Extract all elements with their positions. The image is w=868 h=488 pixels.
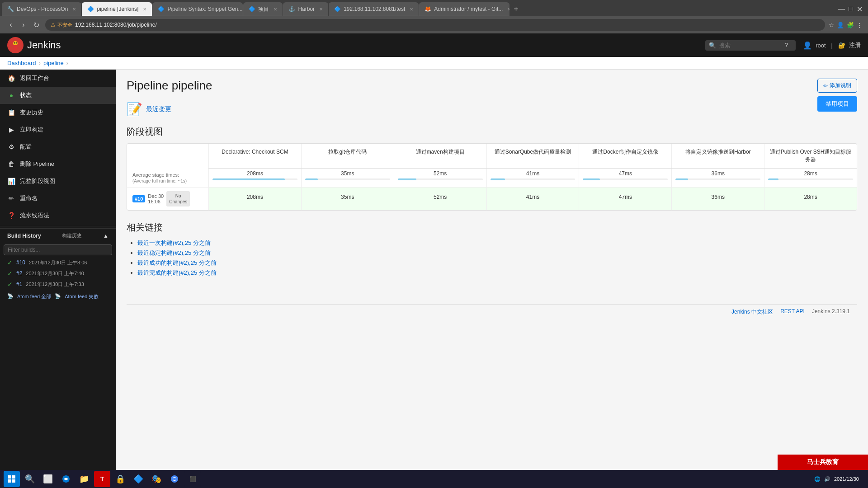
build-link-2[interactable]: #2 [16, 270, 22, 277]
taskbar-terminal-button[interactable]: ⬛ [184, 471, 201, 487]
sidebar-item-pipeline-syntax[interactable]: ❓ 流水线语法 [0, 207, 116, 224]
related-link-3[interactable]: 最近完成的构建(#2),25 分之前 [137, 269, 217, 276]
svg-rect-5 [12, 475, 15, 479]
taskbar-folder-button[interactable]: 📁 [76, 471, 92, 487]
build-entry-10[interactable]: ✓ #10 2021年12月30日 上午8:06 [0, 257, 116, 268]
related-link-0[interactable]: 最近一次构建(#2),25 分之前 [137, 239, 211, 246]
taskbar-task-view-button[interactable]: ⬜ [40, 471, 56, 487]
back-button[interactable]: ‹ [5, 19, 16, 30]
data-cell-4[interactable]: 47ms [579, 188, 671, 210]
breadcrumb-pipeline[interactable]: pipeline [43, 60, 64, 66]
settings-icon[interactable]: ⋮ [857, 22, 863, 28]
atom-feed-all[interactable]: Atom feed 全部 [17, 293, 51, 300]
svg-point-11 [173, 478, 176, 480]
atom-feed-fail[interactable]: Atom feed 失败 [65, 293, 99, 300]
data-cell-1[interactable]: 35ms [301, 188, 394, 210]
sidebar-item-build-now[interactable]: ▶ 立即构建 [0, 121, 116, 138]
avg-left: Average stage times: (Average full run t… [127, 169, 208, 187]
search-input[interactable] [719, 42, 782, 49]
build-time-1: 2021年12月30日 上午7:33 [26, 281, 84, 288]
build-link-10[interactable]: #10 [16, 259, 25, 266]
forward-button[interactable]: › [18, 19, 29, 30]
data-cell-6[interactable]: 28ms [764, 188, 857, 210]
tab-pipeline[interactable]: 🔷 pipeline [Jenkins] ✕ [82, 2, 152, 16]
build-entry-1[interactable]: ✓ #1 2021年12月30日 上午7:33 [0, 279, 116, 290]
taskbar-app3-button[interactable]: 🔷 [130, 471, 146, 487]
stage-view-wrapper: Declarative: Checkout SCM 拉取git仓库代码 通过ma… [127, 144, 857, 169]
taskbar-app2-button[interactable]: 🔒 [112, 471, 128, 487]
stage-header-0: Declarative: Checkout SCM [208, 144, 301, 168]
jenkins-app: Jenkins 🔍 ? 👤 root | 🔐 注册 Dashboard › pi… [0, 33, 868, 488]
tab-harbor[interactable]: ⚓ Harbor ✕ [283, 2, 328, 16]
tab-close-0[interactable]: ✕ [72, 7, 76, 12]
taskbar-app1-button[interactable]: T [94, 471, 110, 487]
tab-192[interactable]: 🔷 192.168.11.102:8081/test ✕ [329, 2, 419, 16]
sidebar-item-rename[interactable]: ✏ 重命名 [0, 190, 116, 207]
build-entry-2[interactable]: ✓ #2 2021年12月30日 上午7:40 [0, 268, 116, 279]
sidebar-item-delete[interactable]: 🗑 删除 Pipeline [0, 155, 116, 173]
tab-icon-2: 🔷 [158, 6, 165, 12]
tab-close-4[interactable]: ✕ [319, 7, 323, 12]
reload-button[interactable]: ↻ [31, 19, 42, 30]
search-help-icon[interactable]: ? [785, 42, 788, 48]
sys-tray-volume[interactable]: 🔊 [824, 476, 830, 482]
sidebar-item-back[interactable]: 🏠 返回工作台 [0, 70, 116, 87]
address-input[interactable]: ⚠ 不安全 192.168.11.102:8080/job/pipeline/ [45, 19, 825, 31]
taskbar-search-button[interactable]: 🔍 [22, 471, 38, 487]
sys-tray-network[interactable]: 🌐 [814, 476, 821, 482]
data-cell-2[interactable]: 52ms [394, 188, 486, 210]
filter-builds-input[interactable] [4, 244, 112, 255]
profile-icon[interactable]: 👤 [837, 22, 844, 28]
tab-close-3[interactable]: ✕ [274, 7, 277, 12]
extensions-icon[interactable]: 🧩 [847, 22, 854, 28]
tab-close-6[interactable]: ✕ [507, 7, 509, 12]
add-description-button[interactable]: ✏ 添加说明 [817, 79, 857, 93]
data-cell-3[interactable]: 41ms [486, 188, 579, 210]
tab-project[interactable]: 🔷 项目 ✕ [243, 2, 283, 16]
tab-syntax[interactable]: 🔷 Pipeline Syntax: Snippet Gen... ✕ [152, 2, 243, 16]
sys-tray-time: 2021/12/30 [834, 476, 859, 482]
related-link-2[interactable]: 最近成功的构建(#2),25 分之前 [137, 259, 217, 266]
close-icon[interactable]: ✕ [857, 5, 863, 14]
build-data-row: #10 Dec 30 16:06 NoChanges 208ms 35ms 52… [127, 187, 857, 210]
taskbar-start-button[interactable] [4, 471, 20, 487]
tab-devops[interactable]: 🔧 DevOps - ProcessOn ✕ [2, 2, 81, 16]
no-changes-box: NoChanges [166, 191, 190, 206]
stage-header-5: 将自定义镜像推送到Harbor [671, 144, 764, 168]
taskbar: 🔍 ⬜ 📁 T 🔒 🔷 🎭 ⬛ 🌐 🔊 2021/12/30 [0, 470, 868, 488]
main-content: ✏ 添加说明 禁用项目 Pipeline pipeline 📝 最近变更 阶段视… [116, 70, 868, 488]
tab-gitlab[interactable]: 🦊 Administrator / mytest - Git... ✕ [419, 2, 509, 16]
login-icon: 🔐 [838, 42, 845, 49]
sidebar-item-full-stage[interactable]: 📊 完整阶段视图 [0, 173, 116, 190]
build-link-1[interactable]: #1 [16, 281, 22, 287]
jenkins-logo[interactable]: Jenkins [7, 37, 61, 53]
new-tab-button[interactable]: + [510, 5, 522, 14]
build-history-collapse-icon[interactable]: ▲ [103, 233, 108, 239]
footer-rest-api[interactable]: REST API [780, 308, 805, 316]
minimize-icon[interactable]: — [838, 5, 845, 13]
taskbar-edge-button[interactable] [58, 471, 74, 487]
data-cell-0[interactable]: 208ms [208, 188, 301, 210]
sidebar-item-history[interactable]: 📋 变更历史 [0, 104, 116, 121]
disable-project-button[interactable]: 禁用项目 [817, 96, 857, 112]
recent-changes-link[interactable]: 最近变更 [146, 105, 171, 113]
taskbar-chrome-button[interactable] [166, 471, 183, 487]
build-time-2: 2021年12月30日 上午7:40 [26, 270, 84, 277]
stage-view-title: 阶段视图 [127, 126, 857, 138]
sidebar-item-status[interactable]: ● 状态 [0, 87, 116, 104]
related-link-1[interactable]: 最近稳定构建(#2),25 分之前 [137, 249, 211, 256]
login-button[interactable]: 注册 [849, 41, 861, 49]
data-cell-5[interactable]: 36ms [671, 188, 764, 210]
search-box[interactable]: 🔍 ? [705, 40, 796, 51]
tab-close-1[interactable]: ✕ [143, 7, 146, 12]
search-icon: 🔍 [709, 42, 716, 49]
browser-actions: ☆ 👤 🧩 ⋮ [829, 22, 863, 28]
breadcrumb-dashboard[interactable]: Dashboard [7, 60, 36, 66]
bookmark-icon[interactable]: ☆ [829, 22, 834, 28]
recent-changes-icon: 📝 [127, 102, 142, 117]
tab-close-5[interactable]: ✕ [410, 7, 413, 12]
taskbar-app4-button[interactable]: 🎭 [148, 471, 165, 487]
footer-community[interactable]: Jenkins 中文社区 [731, 308, 773, 316]
sidebar-item-config[interactable]: ⚙ 配置 [0, 138, 116, 155]
maximize-icon[interactable]: □ [849, 5, 853, 13]
